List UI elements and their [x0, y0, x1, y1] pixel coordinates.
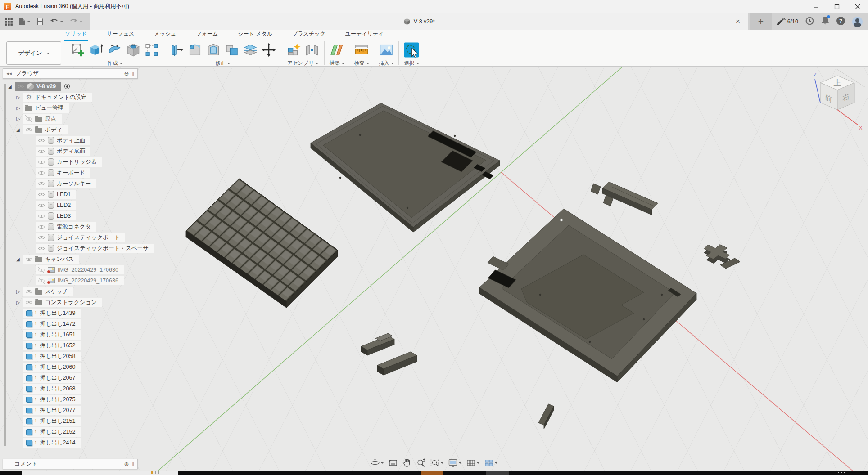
split-body-button[interactable]: [242, 42, 258, 58]
revolve-button[interactable]: [107, 42, 123, 58]
zoom-button[interactable]: [415, 457, 427, 469]
insert-group-label[interactable]: 挿入: [379, 60, 394, 67]
tree-row[interactable]: キャンバス: [3, 254, 138, 264]
tree-row[interactable]: 押し出し2058: [3, 351, 138, 362]
expand-arrow-icon[interactable]: [16, 256, 23, 262]
tree-row[interactable]: ジョイスティックポート: [3, 232, 138, 243]
construct-plane-button[interactable]: [329, 42, 345, 58]
comment-header[interactable]: コメント ⊕: [3, 459, 138, 469]
tree-row[interactable]: ボディ底面: [3, 146, 138, 157]
visibility-eye-icon[interactable]: [38, 202, 45, 209]
tree-row[interactable]: キーボード: [3, 167, 138, 178]
notifications-button[interactable]: [821, 16, 829, 27]
visibility-eye-icon[interactable]: [25, 288, 32, 295]
visibility-eye-icon[interactable]: [17, 83, 24, 90]
visibility-eye-icon[interactable]: [25, 126, 32, 133]
visibility-eye-icon[interactable]: [25, 115, 32, 122]
tree-row[interactable]: LED3: [3, 211, 138, 221]
ribbon-tab[interactable]: ユーティリティ: [344, 29, 385, 41]
tree-row[interactable]: LED1: [3, 189, 138, 200]
visibility-eye-icon[interactable]: [38, 191, 45, 198]
panel-drag-grip[interactable]: [132, 462, 134, 467]
grid-display-button[interactable]: [465, 457, 481, 469]
fillet-button[interactable]: [187, 42, 203, 58]
tree-row[interactable]: ジョイスティックポート・スペーサ: [3, 243, 138, 254]
tree-row[interactable]: ドキュメントの設定: [3, 92, 138, 103]
pan-button[interactable]: [401, 457, 413, 469]
create-group-label[interactable]: 作成: [108, 60, 122, 67]
assemble-group-label[interactable]: アセンブリ: [287, 60, 318, 67]
tree-row[interactable]: 押し出し2414: [3, 437, 138, 448]
visibility-eye-icon[interactable]: [25, 255, 32, 263]
tree-row[interactable]: 押し出し2067: [3, 372, 138, 383]
visibility-eye-icon[interactable]: [38, 169, 45, 176]
construct-group-label[interactable]: 構築: [330, 60, 344, 67]
part-spacer-bar[interactable]: [538, 404, 554, 429]
maximize-button[interactable]: [827, 0, 847, 13]
new-component-button[interactable]: [285, 42, 302, 58]
browser-header[interactable]: ブラウザ ⊖: [3, 68, 138, 79]
undo-button[interactable]: [48, 17, 65, 27]
visibility-eye-icon[interactable]: [38, 277, 45, 284]
tree-row[interactable]: IMG_20220429_170630: [3, 264, 138, 275]
new-document-button[interactable]: +: [750, 13, 772, 30]
ribbon-tab[interactable]: プラスチック: [291, 29, 326, 41]
tree-row[interactable]: V-8 v29: [3, 81, 138, 92]
extrude-button[interactable]: [88, 42, 104, 58]
tree-row[interactable]: 電源コネクタ: [3, 221, 138, 232]
tree-row[interactable]: LED2: [3, 200, 138, 211]
part-body-top-case[interactable]: [311, 103, 500, 232]
fit-button[interactable]: [429, 457, 445, 469]
ribbon-tab[interactable]: サーフェス: [106, 29, 135, 41]
pattern-button[interactable]: [144, 42, 160, 58]
tree-row[interactable]: 押し出し1651: [3, 329, 138, 340]
inspect-group-label[interactable]: 検査: [354, 60, 369, 67]
part-body-bottom-case[interactable]: [479, 209, 696, 382]
expand-arrow-icon[interactable]: [16, 126, 23, 133]
tree-row[interactable]: 押し出し2151: [3, 416, 138, 426]
visibility-eye-icon[interactable]: [38, 223, 45, 230]
remove-panel-icon[interactable]: ⊖: [124, 71, 129, 76]
tree-row[interactable]: 押し出し2077: [3, 405, 138, 416]
browser-scrollbar[interactable]: [4, 84, 6, 446]
part-cartridge-lid-bars[interactable]: [361, 333, 417, 375]
visibility-eye-icon[interactable]: [38, 234, 45, 241]
visibility-eye-icon[interactable]: [38, 158, 45, 166]
ribbon-tab[interactable]: フォーム: [195, 29, 219, 41]
user-avatar[interactable]: [852, 17, 863, 27]
tree-row[interactable]: カーソルキー: [3, 178, 138, 189]
expand-arrow-icon[interactable]: [16, 299, 23, 305]
tree-row[interactable]: ビュー管理: [3, 103, 138, 113]
tree-row[interactable]: カートリッジ蓋: [3, 157, 138, 167]
combine-button[interactable]: [224, 42, 240, 58]
add-comment-icon[interactable]: ⊕: [124, 461, 129, 467]
visibility-eye-icon[interactable]: [25, 299, 32, 306]
expand-arrow-icon[interactable]: [8, 83, 15, 90]
collapse-panel-icon[interactable]: [6, 72, 12, 76]
modify-group-label[interactable]: 修正: [215, 60, 230, 67]
visibility-eye-icon[interactable]: [38, 245, 45, 252]
tree-row[interactable]: 押し出し1472: [3, 318, 138, 329]
close-document-button[interactable]: ×: [733, 13, 743, 30]
redo-button[interactable]: [67, 17, 85, 27]
tree-row[interactable]: スケッチ: [3, 286, 138, 297]
tree-row[interactable]: 押し出し2152: [3, 426, 138, 437]
tree-row[interactable]: 原点: [3, 113, 138, 124]
tree-row[interactable]: IMG_20220429_170636: [3, 275, 138, 286]
joint-button[interactable]: [304, 42, 320, 58]
select-button[interactable]: [403, 41, 420, 58]
move-button[interactable]: [261, 42, 277, 58]
panel-drag-grip[interactable]: [132, 71, 134, 76]
part-power-connector-bars[interactable]: [591, 182, 658, 215]
tree-row[interactable]: ボディ: [3, 124, 138, 135]
tree-row[interactable]: 押し出し2068: [3, 383, 138, 394]
expand-arrow-icon[interactable]: [16, 94, 23, 100]
measure-button[interactable]: [353, 42, 370, 58]
visibility-eye-icon[interactable]: [38, 137, 45, 144]
create-sketch-button[interactable]: [70, 42, 86, 58]
data-panel-button[interactable]: [3, 16, 15, 27]
tree-row[interactable]: 押し出し1652: [3, 340, 138, 351]
activate-component-radio[interactable]: [64, 84, 70, 89]
taskbar-app[interactable]: [486, 471, 509, 475]
hole-button[interactable]: [125, 42, 141, 58]
